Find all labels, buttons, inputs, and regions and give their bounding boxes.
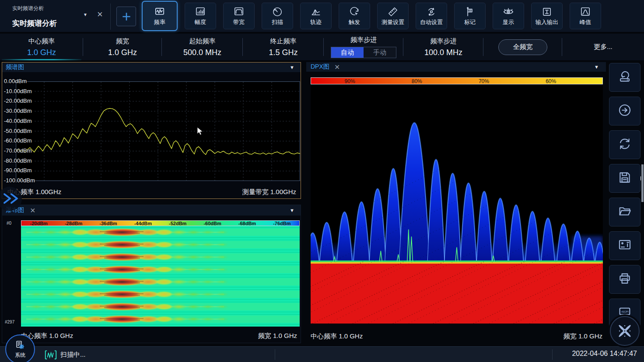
spectrum-panel-header: 频谱图 [2,63,301,72]
status-text: 扫描中... [60,351,86,359]
dpx-collapse-icon[interactable]: ▼ [594,64,599,70]
trigger-icon [349,6,360,17]
waterfall-colorbar-label: -68dBm [230,221,264,226]
tab-close-icon[interactable]: × [97,10,103,19]
dpx-colorbar-label: 90% [345,78,355,84]
dpx-colorbar-label: 80% [412,78,422,84]
marker-icon [464,6,476,17]
divider [110,3,111,30]
edge-scrollbar-handle[interactable] [641,164,644,202]
spectrum-measure-bandwidth-label: 测量带宽 1.00GHz [242,188,296,196]
plus-icon [121,11,132,22]
y-axis-label: -100.00dBm [4,177,35,184]
more-button[interactable]: 更多... [594,43,612,51]
field-span[interactable]: 频宽 1.0 GHz [83,34,162,60]
waterfall-colorbar-label: -36dBm [91,221,126,226]
open-button[interactable] [609,198,640,226]
datetime-label: 2022-04-06 14:47:47 [572,350,637,358]
scanning-waveform-icon [45,350,57,359]
toolbar-button-peak[interactable]: 峰值 [570,3,601,29]
run-button[interactable] [609,97,640,125]
toolbar: 频率幅度带宽扫描轨迹触发测量设置自动设置标记显示输入输出峰值 [142,0,601,33]
double-chevron-icon [3,193,20,204]
waterfall-close-icon[interactable]: × [30,206,35,215]
dpx-plot[interactable] [311,85,603,324]
layout-button[interactable] [609,231,640,260]
tab-dropdown-icon[interactable]: ▼ [83,12,88,17]
field-stop-frequency[interactable]: 终止频率 1.5 GHz [243,34,324,60]
dpx-close-icon[interactable]: × [335,63,340,71]
waterfall-colorbar-label: -20dBm [21,221,56,226]
waterfall-panel-header: 瀑布图 × [2,205,301,216]
toolbar-button-trigger[interactable]: 触发 [339,3,370,29]
waterfall-colorbar-label: -60dBm [195,221,230,226]
dpx-panel-header: DPX图 × [306,62,606,72]
waterfall-colorbar-label: -52dBm [161,221,195,226]
toggle-auto[interactable]: 自动 [331,47,364,58]
display-icon [503,6,514,17]
dpx-panel-title: DPX图 [311,63,329,71]
field-start-frequency[interactable]: 起始频率 500.0 MHz [162,34,243,60]
amplitude-icon [195,6,206,17]
cell-full-span: 全频宽 [483,34,562,60]
toolbar-button-frequency[interactable]: 频率 [142,1,178,31]
parameter-bar: 中心频率 1.0 GHz 频宽 1.0 GHz 起始频率 500.0 MHz 终… [0,34,644,61]
waterfall-span-label: 频宽 1.0 GHz [258,332,297,340]
field-center-frequency[interactable]: 中心频率 1.0 GHz [0,34,83,60]
save-icon [617,170,632,187]
full-span-button[interactable]: 全频宽 [498,39,547,55]
bandwidth-icon [233,6,245,17]
system-icon [15,340,25,352]
add-tab-button[interactable] [116,7,136,26]
spectrum-panel: 频谱图 ▼ 中心频率 1.00GHz 测量带宽 1.00GHz 0.00dBm-… [2,62,301,199]
waterfall-colorbar: -20dBm-28dBm-36dBm-44dBm-52dBm-60dBm-68d… [21,220,300,226]
sweep-icon [272,6,283,17]
field-frequency-step[interactable]: 频率步进 100.0 MHz [403,34,483,60]
toolbar-button-bandwidth[interactable]: 带宽 [223,3,255,29]
spectrum-plot[interactable] [16,81,300,181]
system-button[interactable]: 系统 [5,334,35,362]
toolbar-button-input-output[interactable]: 输入输出 [531,3,563,29]
step-mode-toggle: 自动 手动 [331,47,396,58]
toolbar-button-trace[interactable]: 轨迹 [300,3,332,29]
run-icon [617,103,632,119]
refresh-button[interactable] [609,130,640,159]
y-axis-label: -20.00dBm [4,97,32,104]
y-axis-label: -10.00dBm [4,88,32,94]
dpx-colorbar-label: 60% [546,78,556,84]
y-axis-label: -30.00dBm [4,108,32,114]
y-axis-label: -70.00dBm [4,147,32,154]
preset-icon [617,69,632,86]
auto-setup-icon [426,6,437,17]
toolbar-button-measure-setup[interactable]: 测量设置 [377,3,409,29]
y-axis-label: -60.00dBm [4,137,32,144]
navigator-button[interactable] [610,316,640,346]
page-title: 实时频谱分析 [12,18,57,28]
toolbar-button-auto-setup[interactable]: 自动设置 [416,3,447,29]
expand-chevrons-button[interactable] [3,193,22,206]
dpx-colorbar-label: 70% [479,78,489,84]
waterfall-panel: 瀑布图 × ▼ #0 -20dBm-28dBm-36dBm-44dBm-52dB… [2,205,301,343]
y-axis-label: -90.00dBm [4,167,32,174]
waterfall-colorbar-label: -76dBm [265,221,299,226]
toolbar-button-marker[interactable]: 标记 [454,3,486,29]
peak-icon [580,6,591,17]
print-button[interactable] [609,265,640,294]
save-button[interactable] [609,164,640,193]
waterfall-plot[interactable] [21,226,300,327]
dpx-colorbar: 90%80%70%60% [311,77,603,84]
waterfall-colorbar-label: -28dBm [56,221,91,226]
status-divider [275,349,275,360]
preset-button[interactable] [609,63,640,92]
toolbar-button-sweep[interactable]: 扫描 [262,3,293,29]
y-axis-label: -80.00dBm [4,157,32,164]
y-axis-label: -50.00dBm [4,128,32,134]
toolbar-button-display[interactable]: 显示 [493,3,524,29]
toggle-manual[interactable]: 手动 [364,47,396,58]
spectrum-collapse-icon[interactable]: ▼ [290,65,294,70]
toolbar-button-amplitude[interactable]: 幅度 [185,3,216,29]
dpx-span-label: 频宽 1.0 GHz [564,332,602,341]
waterfall-colorbar-label: -44dBm [126,221,160,226]
waterfall-collapse-icon[interactable]: ▼ [290,208,294,213]
dpx-panel: DPX图 × ▼ 90%80%70%60% 中心频率 1.0 GHz 频宽 1.… [306,62,606,343]
